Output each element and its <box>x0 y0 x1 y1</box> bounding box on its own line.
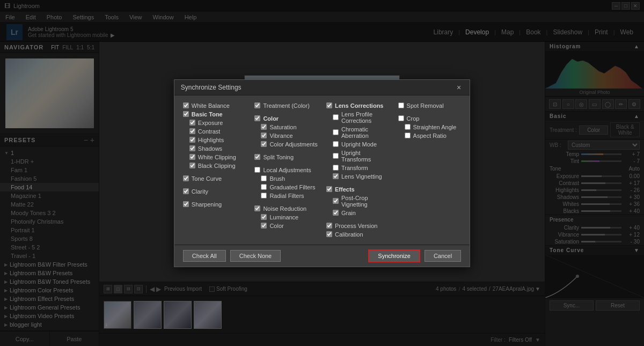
check-process-version: Process Version <box>326 222 390 230</box>
local-adj-label[interactable]: Local Adjustments <box>263 167 311 173</box>
aspect-ratio-checkbox[interactable] <box>405 132 411 138</box>
upright-transforms-label[interactable]: Upright Transforms <box>341 150 390 163</box>
local-adj-checkbox[interactable] <box>254 167 260 173</box>
shadows-label[interactable]: Shadows <box>198 145 222 152</box>
straighten-angle-label[interactable]: Straighten Angle <box>413 124 457 130</box>
check-local-adj: Local Adjustments <box>254 166 318 174</box>
dialog-title-text: Synchronize Settings <box>181 84 241 91</box>
white-balance-label[interactable]: White Balance <box>192 102 230 109</box>
transform-label[interactable]: Transform <box>341 165 368 171</box>
sharpening-label[interactable]: Sharpening <box>192 201 222 208</box>
color-nr-label[interactable]: Color <box>269 223 283 229</box>
crop-label[interactable]: Crop <box>407 115 420 122</box>
calibration-checkbox[interactable] <box>326 231 332 237</box>
dialog-close-button[interactable]: × <box>455 83 463 92</box>
white-balance-checkbox[interactable] <box>183 102 189 108</box>
check-vibrance: Vibrance <box>254 132 318 139</box>
check-none-button[interactable]: Check None <box>230 250 281 262</box>
check-all-button[interactable]: Check All <box>183 250 226 262</box>
treatment-label[interactable]: Treatment (Color) <box>263 102 309 109</box>
contrast-checkbox[interactable] <box>189 128 195 134</box>
check-chromatic: Chromatic Aberration <box>326 126 390 139</box>
spot-removal-label[interactable]: Spot Removal <box>407 102 444 109</box>
check-contrast: Contrast <box>183 128 246 135</box>
lens-corrections-checkbox[interactable] <box>326 102 332 108</box>
black-clipping-checkbox[interactable] <box>189 163 195 168</box>
contrast-label[interactable]: Contrast <box>198 128 221 135</box>
brush-checkbox[interactable] <box>261 175 267 181</box>
lens-vignetting-label[interactable]: Lens Vignetting <box>341 173 382 180</box>
check-color-adj: Color Adjustments <box>254 141 318 148</box>
transform-checkbox[interactable] <box>333 165 339 171</box>
straighten-angle-checkbox[interactable] <box>405 124 411 130</box>
highlights-checkbox[interactable] <box>189 137 195 143</box>
treatment-checkbox[interactable] <box>254 102 260 108</box>
grad-filter-checkbox[interactable] <box>261 184 267 190</box>
check-split-toning: Split Toning <box>254 153 318 161</box>
color-adj-checkbox[interactable] <box>261 141 267 147</box>
grain-checkbox[interactable] <box>333 210 339 216</box>
tone-curve-checkbox[interactable] <box>183 175 189 181</box>
check-aspect-ratio: Aspect Ratio <box>398 132 462 139</box>
radial-filter-label[interactable]: Radial Filters <box>269 193 304 199</box>
postcrop-label[interactable]: Post-Crop Vignetting <box>341 195 390 208</box>
tone-curve-label[interactable]: Tone Curve <box>192 175 222 182</box>
vibrance-label[interactable]: Vibrance <box>269 132 292 139</box>
check-lens-profile: Lens Profile Corrections <box>326 111 390 124</box>
upright-transforms-checkbox[interactable] <box>333 153 339 159</box>
noise-reduction-checkbox[interactable] <box>254 205 260 211</box>
lens-profile-label[interactable]: Lens Profile Corrections <box>341 111 390 124</box>
saturation-checkbox[interactable] <box>261 124 267 130</box>
postcrop-checkbox[interactable] <box>333 198 339 204</box>
check-shadows: Shadows <box>183 145 246 152</box>
brush-label[interactable]: Brush <box>269 175 285 182</box>
vibrance-checkbox[interactable] <box>261 132 267 138</box>
exposure-checkbox[interactable] <box>189 120 195 126</box>
color-checkbox[interactable] <box>254 115 260 121</box>
chromatic-label[interactable]: Chromatic Aberration <box>341 126 390 139</box>
aspect-ratio-label[interactable]: Aspect Ratio <box>413 132 447 139</box>
basic-tone-label[interactable]: Basic Tone <box>192 111 223 117</box>
split-toning-checkbox[interactable] <box>254 154 260 160</box>
lens-corrections-label[interactable]: Lens Corrections <box>335 102 383 109</box>
effects-checkbox[interactable] <box>326 186 332 192</box>
radial-filter-checkbox[interactable] <box>261 193 267 198</box>
luminance-checkbox[interactable] <box>261 214 267 220</box>
grain-label[interactable]: Grain <box>341 210 356 216</box>
basic-tone-checkbox[interactable] <box>183 111 189 117</box>
clarity-checkbox[interactable] <box>183 188 189 194</box>
grad-filter-label[interactable]: Graduated Filters <box>269 184 315 190</box>
process-version-checkbox[interactable] <box>326 223 332 229</box>
saturation-label[interactable]: Saturation <box>269 124 296 130</box>
white-clipping-label[interactable]: White Clipping <box>198 154 236 160</box>
check-black-clipping: Black Clipping <box>183 162 246 170</box>
calibration-label[interactable]: Calibration <box>335 231 363 238</box>
chromatic-checkbox[interactable] <box>333 129 339 135</box>
spot-removal-checkbox[interactable] <box>398 102 404 108</box>
luminance-label[interactable]: Luminance <box>269 214 298 220</box>
exposure-label[interactable]: Exposure <box>198 120 223 126</box>
lens-vignetting-checkbox[interactable] <box>333 173 339 179</box>
sharpening-checkbox[interactable] <box>183 201 189 207</box>
effects-label[interactable]: Effects <box>335 186 355 193</box>
check-color: Color <box>254 115 318 122</box>
lens-profile-checkbox[interactable] <box>333 114 339 120</box>
check-lens-vignetting: Lens Vignetting <box>326 173 390 180</box>
color-adj-label[interactable]: Color Adjustments <box>269 141 317 148</box>
color-nr-checkbox[interactable] <box>261 223 267 229</box>
shadows-checkbox[interactable] <box>189 145 195 151</box>
check-postcrop: Post-Crop Vignetting <box>326 194 390 208</box>
upright-mode-checkbox[interactable] <box>333 141 339 147</box>
clarity-label[interactable]: Clarity <box>192 188 208 195</box>
synchronize-button[interactable]: Synchronize <box>368 249 420 262</box>
split-toning-label[interactable]: Split Toning <box>263 154 294 160</box>
color-label[interactable]: Color <box>263 115 279 122</box>
crop-checkbox[interactable] <box>398 115 404 121</box>
highlights-label[interactable]: Highlights <box>198 137 224 143</box>
process-version-label[interactable]: Process Version <box>335 223 377 229</box>
cancel-button[interactable]: Cancel <box>425 250 461 262</box>
upright-mode-label[interactable]: Upright Mode <box>341 141 377 148</box>
white-clipping-checkbox[interactable] <box>189 154 195 160</box>
noise-reduction-label[interactable]: Noise Reduction <box>263 205 306 212</box>
black-clipping-label[interactable]: Black Clipping <box>198 163 236 169</box>
